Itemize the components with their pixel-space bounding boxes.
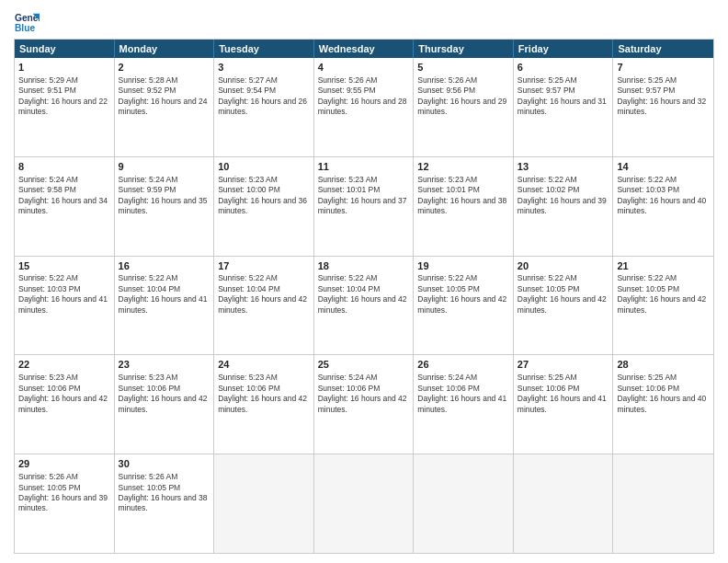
sunset-text: Sunset: 10:03 PM	[18, 284, 81, 293]
sunset-text: Sunset: 10:03 PM	[617, 185, 679, 194]
sunset-text: Sunset: 10:00 PM	[218, 185, 280, 194]
daylight-text: Daylight: 16 hours and 39 minutes.	[18, 493, 108, 512]
calendar-week-2: 8Sunrise: 5:24 AMSunset: 9:58 PMDaylight…	[15, 157, 713, 257]
logo-icon: General Blue	[14, 9, 40, 35]
col-header-saturday: Saturday	[613, 40, 713, 58]
calendar-week-4: 22Sunrise: 5:23 AMSunset: 10:06 PMDaylig…	[15, 355, 713, 454]
sunset-text: Sunset: 10:05 PM	[417, 284, 480, 293]
col-header-monday: Monday	[115, 40, 215, 58]
daylight-text: Daylight: 16 hours and 38 minutes.	[417, 196, 506, 215]
day-number: 7	[617, 61, 710, 75]
table-row: 17Sunrise: 5:22 AMSunset: 10:04 PMDaylig…	[214, 257, 314, 355]
daylight-text: Daylight: 16 hours and 28 minutes.	[318, 97, 407, 116]
table-row: 15Sunrise: 5:22 AMSunset: 10:03 PMDaylig…	[15, 257, 115, 355]
sunrise-text: Sunrise: 5:29 AM	[18, 75, 78, 85]
sunrise-text: Sunrise: 5:23 AM	[318, 175, 378, 184]
daylight-text: Daylight: 16 hours and 32 minutes.	[617, 97, 706, 116]
table-row: 10Sunrise: 5:23 AMSunset: 10:00 PMDaylig…	[214, 157, 314, 256]
sunrise-text: Sunrise: 5:25 AM	[617, 75, 677, 85]
sunrise-text: Sunrise: 5:23 AM	[218, 175, 278, 184]
page-header: General Blue	[14, 9, 714, 35]
day-number: 28	[617, 358, 710, 372]
sunrise-text: Sunrise: 5:24 AM	[318, 373, 378, 382]
day-number: 10	[218, 160, 310, 174]
sunset-text: Sunset: 9:56 PM	[417, 86, 475, 95]
calendar-week-1: 1Sunrise: 5:29 AMSunset: 9:51 PMDaylight…	[15, 58, 713, 157]
day-number: 16	[119, 259, 210, 273]
sunset-text: Sunset: 9:58 PM	[18, 185, 76, 194]
daylight-text: Daylight: 16 hours and 37 minutes.	[318, 196, 407, 215]
day-number: 5	[417, 61, 509, 75]
sunset-text: Sunset: 10:02 PM	[518, 185, 580, 194]
table-row	[613, 454, 713, 553]
daylight-text: Daylight: 16 hours and 42 minutes.	[18, 394, 108, 413]
daylight-text: Daylight: 16 hours and 40 minutes.	[617, 196, 706, 215]
sunset-text: Sunset: 10:01 PM	[417, 185, 480, 194]
day-number: 8	[18, 160, 110, 174]
sunrise-text: Sunrise: 5:23 AM	[417, 175, 477, 184]
daylight-text: Daylight: 16 hours and 42 minutes.	[617, 294, 706, 314]
table-row	[414, 454, 514, 553]
sunset-text: Sunset: 9:55 PM	[318, 86, 376, 95]
sunrise-text: Sunrise: 5:22 AM	[18, 273, 78, 282]
calendar: SundayMondayTuesdayWednesdayThursdayFrid…	[14, 39, 714, 554]
daylight-text: Daylight: 16 hours and 24 minutes.	[119, 97, 208, 116]
table-row: 22Sunrise: 5:23 AMSunset: 10:06 PMDaylig…	[15, 355, 115, 454]
sunset-text: Sunset: 9:57 PM	[617, 86, 675, 95]
sunset-text: Sunset: 10:06 PM	[518, 384, 580, 393]
daylight-text: Daylight: 16 hours and 41 minutes.	[119, 294, 208, 314]
table-row	[314, 454, 415, 553]
sunset-text: Sunset: 9:54 PM	[218, 86, 276, 95]
daylight-text: Daylight: 16 hours and 40 minutes.	[617, 394, 706, 413]
day-number: 17	[218, 259, 310, 273]
daylight-text: Daylight: 16 hours and 35 minutes.	[119, 196, 208, 215]
table-row: 14Sunrise: 5:22 AMSunset: 10:03 PMDaylig…	[613, 157, 713, 256]
daylight-text: Daylight: 16 hours and 42 minutes.	[218, 394, 307, 413]
day-number: 1	[18, 61, 110, 75]
table-row: 6Sunrise: 5:25 AMSunset: 9:57 PMDaylight…	[514, 58, 614, 156]
table-row: 19Sunrise: 5:22 AMSunset: 10:05 PMDaylig…	[414, 257, 514, 355]
sunset-text: Sunset: 10:06 PM	[119, 384, 181, 393]
day-number: 24	[218, 358, 310, 372]
table-row: 1Sunrise: 5:29 AMSunset: 9:51 PMDaylight…	[15, 58, 115, 156]
col-header-friday: Friday	[514, 40, 614, 58]
table-row: 24Sunrise: 5:23 AMSunset: 10:06 PMDaylig…	[214, 355, 314, 454]
sunrise-text: Sunrise: 5:26 AM	[417, 75, 477, 85]
sunrise-text: Sunrise: 5:25 AM	[518, 75, 577, 85]
table-row: 26Sunrise: 5:24 AMSunset: 10:06 PMDaylig…	[414, 355, 514, 454]
sunset-text: Sunset: 10:04 PM	[318, 284, 381, 293]
day-number: 11	[318, 160, 410, 174]
sunrise-text: Sunrise: 5:22 AM	[518, 273, 577, 282]
daylight-text: Daylight: 16 hours and 42 minutes.	[417, 294, 506, 314]
day-number: 4	[318, 61, 410, 75]
sunset-text: Sunset: 9:52 PM	[119, 86, 176, 95]
day-number: 27	[518, 358, 609, 372]
sunrise-text: Sunrise: 5:23 AM	[218, 373, 278, 382]
table-row: 18Sunrise: 5:22 AMSunset: 10:04 PMDaylig…	[314, 257, 415, 355]
sunrise-text: Sunrise: 5:24 AM	[18, 175, 78, 184]
sunset-text: Sunset: 10:05 PM	[518, 284, 580, 293]
sunrise-text: Sunrise: 5:22 AM	[119, 273, 178, 282]
day-number: 15	[18, 259, 110, 273]
table-row: 12Sunrise: 5:23 AMSunset: 10:01 PMDaylig…	[414, 157, 514, 256]
sunset-text: Sunset: 9:57 PM	[518, 86, 575, 95]
table-row: 21Sunrise: 5:22 AMSunset: 10:05 PMDaylig…	[613, 257, 713, 355]
sunset-text: Sunset: 10:04 PM	[218, 284, 280, 293]
sunrise-text: Sunrise: 5:22 AM	[518, 175, 577, 184]
table-row	[514, 454, 614, 553]
daylight-text: Daylight: 16 hours and 42 minutes.	[218, 294, 307, 314]
table-row: 25Sunrise: 5:24 AMSunset: 10:06 PMDaylig…	[314, 355, 415, 454]
calendar-body: 1Sunrise: 5:29 AMSunset: 9:51 PMDaylight…	[15, 58, 713, 553]
day-number: 12	[417, 160, 509, 174]
table-row: 23Sunrise: 5:23 AMSunset: 10:06 PMDaylig…	[115, 355, 215, 454]
calendar-header: SundayMondayTuesdayWednesdayThursdayFrid…	[15, 40, 713, 58]
sunrise-text: Sunrise: 5:22 AM	[318, 273, 378, 282]
daylight-text: Daylight: 16 hours and 41 minutes.	[417, 394, 506, 413]
sunrise-text: Sunrise: 5:22 AM	[617, 273, 677, 282]
sunset-text: Sunset: 10:05 PM	[18, 483, 81, 492]
sunrise-text: Sunrise: 5:24 AM	[417, 373, 477, 382]
sunset-text: Sunset: 9:59 PM	[119, 185, 176, 194]
day-number: 18	[318, 259, 410, 273]
sunset-text: Sunset: 10:01 PM	[318, 185, 381, 194]
sunset-text: Sunset: 9:51 PM	[18, 86, 76, 95]
